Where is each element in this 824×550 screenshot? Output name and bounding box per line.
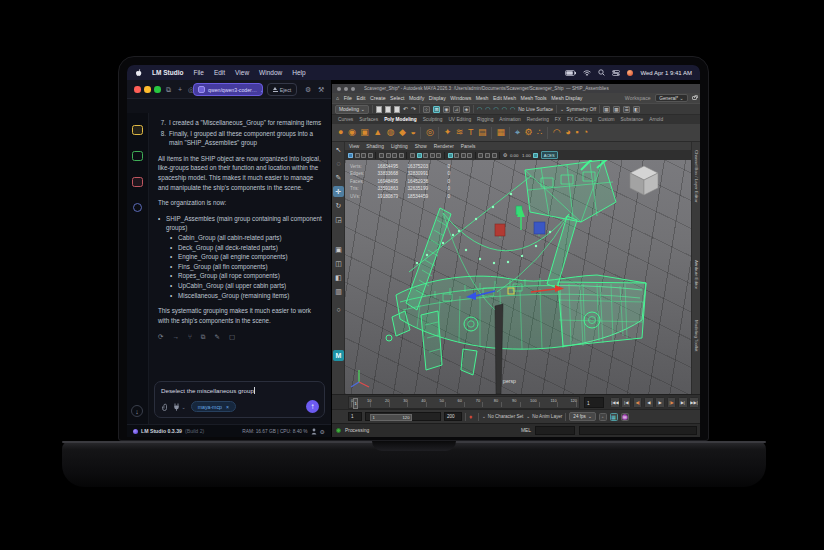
menubar-file[interactable]: File [193,69,203,76]
shelf-partial-icon[interactable]: ◔ [583,128,588,137]
rotate-tool-icon[interactable]: ↻ [333,200,344,211]
shelf-tab-rendering[interactable]: Rendering [527,117,549,122]
zoom-tool-icon[interactable]: ○ [333,304,344,315]
shelf-tab-animation[interactable]: Animation [499,117,520,122]
timeline-ruler[interactable]: 0102030405060708090100110120 1 [348,396,580,409]
shelf-tab-fx-caching[interactable]: FX Caching [567,117,592,122]
move-tool-icon[interactable]: ✛ [333,186,344,197]
attach-icon[interactable] [161,403,168,411]
send-button[interactable]: ↑ [306,400,319,413]
viewport-toolbar-icon[interactable] [355,153,360,158]
menubar-help[interactable]: Help [292,69,305,76]
zoom-window-button[interactable] [154,86,161,93]
control-center-icon[interactable] [612,70,620,76]
anim-layer-selector[interactable]: ⌄No Anim Layer [526,414,562,419]
render-icon[interactable]: ▦ [603,106,610,113]
menu-mesh[interactable]: Mesh [476,95,489,101]
shelf-text-icon[interactable]: T [468,128,474,137]
search-icon[interactable] [598,69,605,76]
workspace-selector[interactable]: General* ⌄ [655,94,687,102]
mcp-chip[interactable]: maya-mcp × [191,401,236,412]
view-cube[interactable] [629,164,659,196]
viewport-toolbar-icon[interactable] [410,153,415,158]
set-key-icon[interactable]: ♦ [469,413,475,421]
sidebar-models-icon[interactable] [132,177,143,187]
panel-menu-panels[interactable]: Panels [461,144,476,149]
auto-key-icon[interactable]: ◦ [599,413,607,421]
shelf-sphere2-icon[interactable]: ◕ [565,128,570,137]
paint-select-tool-icon[interactable]: ✎ [333,172,344,183]
wrench-icon[interactable]: ⚒ [318,80,324,99]
shelf-tab-poly-modeling[interactable]: Poly Modeling [384,117,417,122]
go-to-end-button[interactable]: ▶▶| [689,397,699,408]
viewport-toolbar-icon[interactable] [368,153,373,158]
user-icon[interactable] [311,428,317,435]
copy-icon[interactable]: ⧉ [201,332,206,342]
viewport-toolbar-icon[interactable] [467,153,472,158]
new-scene-icon[interactable] [376,106,382,113]
animation-start-field[interactable]: 1 [348,412,362,421]
menu-modify[interactable]: Modify [409,95,424,101]
viewport-toolbar-icon[interactable] [485,153,490,158]
layout-split-icon[interactable]: ◧ [333,272,344,283]
character-set-selector[interactable]: ⌄No Character Set [482,414,523,419]
save-scene-icon[interactable] [394,106,400,113]
construction-icon[interactable]: ◠ [494,106,499,112]
step-back-button[interactable]: |◀ [621,397,631,408]
range-track[interactable]: 1120 [365,412,441,421]
menu-set-selector[interactable]: Modeling⌄ [335,105,369,114]
render-settings-icon[interactable]: ☰ [623,106,630,113]
snap-plane-icon[interactable]: ⊿ [453,106,460,113]
command-feedback[interactable] [579,426,697,435]
menu-edit[interactable]: Edit [357,95,366,101]
shelf-tab-sculpting[interactable]: Sculpting [423,117,443,122]
apple-menu-icon[interactable] [135,69,142,77]
exposure-value[interactable]: 0.00 [510,153,519,158]
mel-label[interactable]: MEL [521,428,531,433]
wifi-icon[interactable] [583,70,591,76]
scale-tool-icon[interactable]: ◲ [333,214,344,225]
sidebar-discover-icon[interactable] [133,203,142,212]
menu-edit-mesh[interactable]: Edit Mesh [493,95,516,101]
viewport-toolbar-icon[interactable] [423,153,428,158]
viewport-toolbar-icon[interactable] [361,153,366,158]
range-bar[interactable]: 1120 [370,414,412,421]
panel-menu-lighting[interactable]: Lighting [391,144,408,149]
menu-mesh-display[interactable]: Mesh Display [551,95,582,101]
zoom-window-button[interactable] [351,87,355,91]
remove-chip-icon[interactable]: × [226,404,229,410]
tab-modeling-toolkit[interactable]: Modeling Toolkit [694,320,699,351]
live-surface-status[interactable]: No Live Surface [518,107,553,112]
viewport-toolbar-icon[interactable] [492,153,497,158]
gear-icon[interactable]: ⚙ [320,428,325,435]
current-frame-field[interactable]: 1 [584,397,604,408]
viewport-toolbar-icon[interactable] [478,153,483,158]
home-icon[interactable]: ⌂ [336,95,339,101]
shelf-sphere-icon[interactable]: ● [338,128,343,137]
lock-icon[interactable] [692,96,697,100]
shelf-tab-curves[interactable]: Curves [338,117,353,122]
construction-icon[interactable]: ◠ [477,106,482,112]
shelf-arc-icon[interactable]: ◠ [553,128,561,137]
play-button[interactable]: ▶ [655,397,665,408]
menu-select[interactable]: Select [390,95,404,101]
shelf-tab-custom[interactable]: Custom [598,117,615,122]
eject-model-button[interactable]: Eject [267,83,297,96]
snap-surface-icon[interactable]: ◈ [463,106,470,113]
download-icon[interactable]: ↓ [131,405,143,417]
shelf-star-icon[interactable]: ✦ [444,128,452,137]
shelf-cube-icon[interactable]: ◉ [348,128,356,137]
edit-icon[interactable]: ✎ [215,332,220,342]
minimize-window-button[interactable] [144,86,151,93]
shelf-scatter-icon[interactable]: ∴ [537,128,543,137]
lasso-tool-icon[interactable]: ◌ [333,158,344,169]
panel-menu-shading[interactable]: Shading [366,144,384,149]
menubar-view[interactable]: View [235,69,249,76]
open-scene-icon[interactable] [385,106,391,113]
shelf-target-icon[interactable]: ⌖ [515,128,520,137]
menu-file[interactable]: File [344,95,352,101]
shelf-torus-icon[interactable]: ◍ [387,128,395,137]
shelf-tab-surfaces[interactable]: Surfaces [359,117,378,122]
viewport-toolbar-icon[interactable] [436,153,441,158]
close-window-button[interactable] [134,86,141,93]
